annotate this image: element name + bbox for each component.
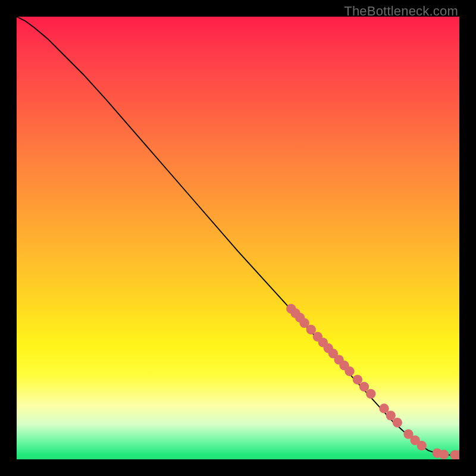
curve-layer bbox=[17, 17, 459, 459]
chart-frame: TheBottleneck.com bbox=[0, 0, 476, 476]
marker-point bbox=[366, 389, 375, 399]
marker-point bbox=[439, 450, 449, 459]
plot-area bbox=[17, 17, 459, 459]
marker-point bbox=[386, 411, 395, 420]
bottleneck-markers-group bbox=[286, 304, 459, 459]
marker-point bbox=[345, 367, 354, 376]
bottleneck-curve-path bbox=[17, 17, 459, 455]
marker-point bbox=[306, 325, 316, 334]
marker-point bbox=[379, 403, 389, 413]
marker-point bbox=[393, 418, 402, 427]
marker-point bbox=[353, 375, 362, 384]
marker-point bbox=[359, 382, 369, 392]
marker-point bbox=[417, 441, 427, 450]
